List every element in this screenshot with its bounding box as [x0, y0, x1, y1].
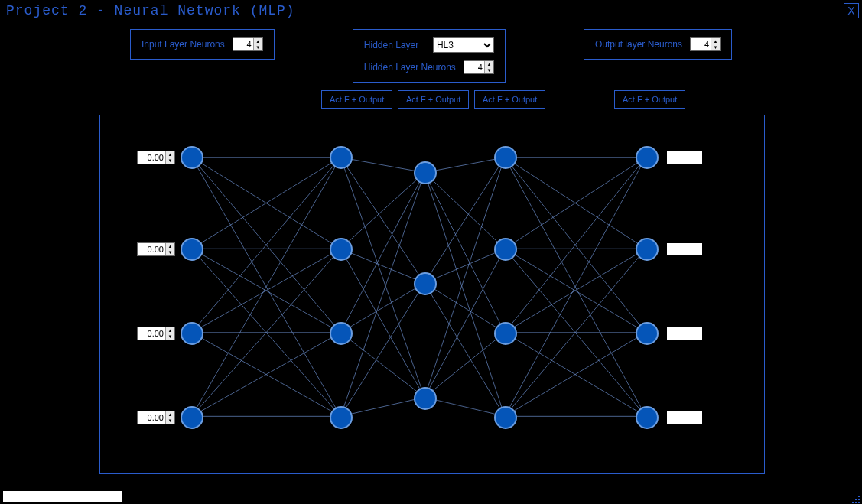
input-value-stepper[interactable]: ▲▼ — [137, 151, 175, 164]
input-value-stepper[interactable]: ▲▼ — [137, 327, 175, 340]
svg-line-24 — [340, 333, 424, 398]
input-value-field[interactable] — [138, 411, 165, 424]
input-neurons-stepper[interactable]: ▲ ▼ — [233, 37, 263, 51]
svg-line-51 — [505, 333, 646, 417]
chevron-down-icon[interactable]: ▼ — [485, 67, 493, 73]
svg-line-27 — [340, 397, 424, 416]
svg-line-21 — [340, 249, 424, 397]
input-value-field[interactable] — [138, 243, 165, 255]
svg-line-46 — [505, 249, 646, 333]
input-layer-panel: Input Layer Neurons ▲ ▼ — [130, 29, 275, 60]
svg-line-26 — [340, 283, 424, 416]
svg-line-37 — [424, 249, 505, 397]
output-value-display — [667, 151, 702, 164]
network-diagram: ▲▼▲▼▲▼▲▼ — [99, 115, 765, 474]
hidden-neuron — [494, 146, 517, 169]
config-row: Input Layer Neurons ▲ ▼ Hidden Layer HL3… — [0, 21, 862, 89]
svg-line-33 — [424, 249, 505, 283]
svg-line-2 — [192, 158, 341, 333]
svg-line-11 — [192, 333, 341, 417]
actf-button-h3[interactable]: Act F + Output — [474, 90, 545, 109]
svg-line-32 — [424, 158, 505, 283]
svg-line-16 — [340, 158, 424, 173]
svg-line-49 — [505, 249, 646, 333]
actf-button-h1[interactable]: Act F + Output — [321, 90, 392, 109]
close-icon: X — [847, 5, 854, 17]
output-neuron — [636, 406, 659, 429]
chevron-down-icon[interactable]: ▼ — [166, 158, 174, 164]
hidden-layer-select[interactable]: HL3 — [433, 37, 494, 53]
svg-line-47 — [505, 249, 646, 416]
svg-line-3 — [192, 158, 341, 417]
actf-button-out[interactable]: Act F + Output — [614, 90, 685, 109]
svg-line-31 — [424, 173, 505, 417]
svg-line-7 — [192, 249, 341, 416]
hidden-neuron — [330, 322, 353, 345]
chevron-down-icon[interactable]: ▼ — [166, 249, 174, 255]
output-layer-panel: Output layer Neurons ▲ ▼ — [584, 29, 732, 60]
chevron-down-icon[interactable]: ▼ — [711, 44, 720, 50]
svg-line-14 — [192, 333, 341, 417]
chevron-up-icon[interactable]: ▲ — [711, 38, 720, 44]
output-layer-label: Output layer Neurons — [595, 39, 682, 50]
input-neurons-field[interactable] — [233, 38, 253, 50]
input-value-field[interactable] — [138, 151, 165, 164]
svg-line-53 — [505, 249, 646, 416]
chevron-down-icon[interactable]: ▼ — [254, 44, 262, 50]
hidden-neuron — [414, 161, 437, 184]
output-neuron — [636, 322, 659, 345]
input-value-stepper[interactable]: ▲▼ — [137, 242, 175, 256]
svg-line-9 — [192, 249, 341, 333]
svg-line-38 — [424, 333, 505, 398]
chevron-up-icon[interactable]: ▲ — [166, 327, 174, 333]
svg-line-48 — [505, 158, 646, 333]
input-layer-label: Input Layer Neurons — [141, 39, 225, 50]
svg-line-34 — [424, 283, 505, 333]
input-value-stepper[interactable]: ▲▼ — [137, 411, 175, 424]
progress-bar — [3, 491, 122, 502]
chevron-up-icon[interactable]: ▲ — [166, 151, 174, 158]
window-close-button[interactable]: X — [844, 3, 859, 18]
input-value-field[interactable] — [138, 327, 165, 340]
hidden-neuron — [330, 238, 353, 261]
svg-line-36 — [424, 158, 505, 398]
svg-line-17 — [340, 158, 424, 283]
input-neuron — [181, 406, 203, 429]
chevron-down-icon[interactable]: ▼ — [166, 333, 174, 340]
input-neuron — [181, 322, 203, 345]
svg-line-13 — [192, 249, 341, 416]
window-title: Project 2 - Neural Network (MLP) — [6, 3, 295, 18]
svg-line-41 — [505, 158, 646, 249]
output-neurons-stepper[interactable]: ▲ ▼ — [690, 37, 721, 51]
output-neurons-field[interactable] — [691, 38, 711, 50]
actf-button-h2[interactable]: Act F + Output — [398, 90, 469, 109]
svg-line-19 — [340, 173, 424, 249]
window-titlebar: Project 2 - Neural Network (MLP) X — [0, 0, 862, 21]
output-neuron — [636, 238, 659, 261]
chevron-up-icon[interactable]: ▲ — [166, 411, 174, 418]
chevron-down-icon[interactable]: ▼ — [166, 418, 174, 424]
output-neuron — [636, 146, 659, 169]
output-value-display — [667, 411, 702, 424]
svg-line-52 — [505, 158, 646, 417]
hidden-neurons-label: Hidden Layer Neurons — [364, 62, 456, 73]
svg-line-8 — [192, 158, 341, 333]
input-neuron — [181, 146, 203, 169]
hidden-neurons-field[interactable] — [464, 61, 484, 73]
chevron-up-icon[interactable]: ▲ — [166, 243, 174, 249]
hidden-layer-label: Hidden Layer — [364, 40, 418, 50]
resize-grip-icon[interactable] — [850, 493, 860, 504]
hidden-neuron — [494, 238, 517, 261]
svg-line-22 — [340, 173, 424, 333]
svg-line-4 — [192, 158, 341, 249]
svg-line-44 — [505, 158, 646, 249]
chevron-up-icon[interactable]: ▲ — [254, 38, 262, 44]
hidden-neurons-stepper[interactable]: ▲ ▼ — [464, 60, 494, 74]
hidden-neuron — [494, 322, 517, 345]
svg-line-54 — [505, 333, 646, 417]
hidden-neuron — [414, 387, 437, 410]
output-value-display — [667, 327, 702, 340]
svg-line-25 — [340, 173, 424, 417]
chevron-up-icon[interactable]: ▲ — [485, 61, 493, 67]
svg-line-1 — [192, 158, 341, 249]
